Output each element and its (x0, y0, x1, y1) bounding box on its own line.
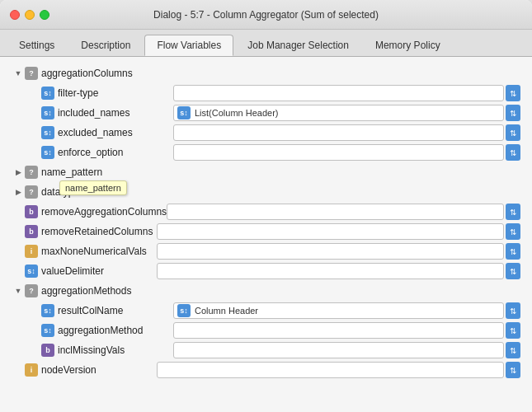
tab-memory-policy[interactable]: Memory Policy (363, 35, 453, 56)
expander-aggregationColumns[interactable] (12, 67, 25, 80)
value-removeRetainedColumns[interactable] (157, 223, 504, 240)
titlebar: Dialog - 5:7 - Column Aggregator (Sum of… (0, 0, 532, 30)
label-aggregationMethods: aggregationMethods (41, 285, 157, 297)
icon-s-enforce_option: s↕ (41, 146, 54, 159)
minimize-button[interactable] (25, 10, 35, 20)
label-resultColName: resultColName (58, 305, 173, 316)
content-area: ? aggregationColumns s↕ filter-type ⇅ (0, 57, 532, 412)
tree-row-inclMissingVals[interactable]: b inclMissingVals ⇅ (26, 340, 522, 360)
label-name_pattern: name_pattern (41, 166, 157, 178)
value-resultColName[interactable]: s↕ Column Header (173, 302, 504, 319)
icon-s-resultColName: s↕ (41, 304, 54, 317)
window: Dialog - 5:7 - Column Aggregator (Sum of… (0, 0, 532, 412)
tab-bar: Settings Description Flow Variables Job … (0, 30, 532, 57)
value-icon-resultColName: s↕ (177, 304, 191, 317)
tree-row-aggregationColumns[interactable]: ? aggregationColumns (10, 63, 522, 83)
icon-b-inclMissingVals: b (41, 344, 54, 357)
tree-group-datatype: ? datatype (10, 182, 522, 202)
expander-name_pattern[interactable] (12, 166, 25, 179)
value-area-removeAggregationColumns: ⇅ (167, 204, 520, 220)
label-aggregationMethod: aggregationMethod (58, 325, 173, 336)
spinner-maxNoneNumericalVals[interactable]: ⇅ (506, 243, 520, 260)
traffic-lights (10, 10, 49, 20)
value-icon-included_names: s↕ (177, 106, 191, 119)
tree-row-nodeVersion[interactable]: i nodeVersion ⇅ (10, 360, 522, 380)
tree-row-resultColName[interactable]: s↕ resultColName s↕ Column Header ⇅ (26, 301, 522, 321)
value-included_names[interactable]: s↕ List(Column Header) (173, 105, 504, 121)
label-maxNoneNumericalVals: maxNoneNumericalVals (41, 246, 157, 257)
spinner-aggregationMethod[interactable]: ⇅ (506, 322, 520, 339)
spinner-filter-type[interactable]: ⇅ (506, 85, 520, 101)
window-title: Dialog - 5:7 - Column Aggregator (Sum of… (153, 9, 379, 21)
tab-description[interactable]: Description (68, 35, 143, 56)
label-excluded_names: excluded_names (58, 127, 173, 138)
label-datatype: datatype (41, 186, 157, 198)
spinner-included_names[interactable]: ⇅ (506, 105, 520, 121)
tree-row-datatype[interactable]: ? datatype (10, 182, 522, 202)
icon-q-aggregationColumns: ? (25, 67, 38, 80)
spinner-enforce_option[interactable]: ⇅ (506, 144, 520, 161)
tree-row-maxNoneNumericalVals[interactable]: i maxNoneNumericalVals ⇅ (10, 241, 522, 261)
tree-row-aggregationMethods[interactable]: ? aggregationMethods (10, 281, 522, 301)
spinner-removeAggregationColumns[interactable]: ⇅ (506, 204, 520, 220)
value-enforce_option[interactable] (173, 144, 504, 161)
label-valueDelimiter: valueDelimiter (41, 265, 157, 277)
icon-i-maxNoneNumericalVals: i (25, 245, 38, 258)
tree-row-aggregationMethod[interactable]: s↕ aggregationMethod ⇅ (26, 321, 522, 340)
icon-s-aggregationMethod: s↕ (41, 324, 54, 337)
tree-row-removeAggregationColumns[interactable]: b removeAggregationColumns ⇅ (10, 202, 522, 222)
icon-s-included_names: s↕ (41, 106, 54, 119)
value-area-included_names: s↕ List(Column Header) ⇅ (173, 105, 520, 121)
value-filter-type[interactable] (173, 85, 504, 101)
icon-i-nodeVersion: i (25, 363, 38, 377)
label-filter-type: filter-type (58, 87, 173, 99)
tree-row-enforce_option[interactable]: s↕ enforce_option ⇅ (26, 143, 522, 162)
value-removeAggregationColumns[interactable] (167, 204, 504, 220)
spinner-valueDelimiter[interactable]: ⇅ (506, 263, 520, 279)
spinner-nodeVersion[interactable]: ⇅ (506, 362, 520, 378)
tree-group-aggregationColumns: ? aggregationColumns s↕ filter-type ⇅ (10, 63, 522, 162)
icon-q-name_pattern: ? (25, 166, 38, 179)
tab-flow-variables[interactable]: Flow Variables (144, 35, 233, 56)
label-enforce_option: enforce_option (58, 147, 173, 158)
value-area-aggregationMethod: ⇅ (173, 322, 520, 339)
tree-row-name_pattern[interactable]: ? name_pattern name_pattern (10, 162, 522, 182)
value-aggregationMethod[interactable] (173, 322, 504, 339)
maximize-button[interactable] (40, 10, 49, 20)
children-aggregationMethods: s↕ resultColName s↕ Column Header ⇅ s↕ a… (10, 301, 522, 360)
tab-settings[interactable]: Settings (7, 35, 67, 56)
value-excluded_names[interactable] (173, 124, 504, 141)
tree-row-filter-type[interactable]: s↕ filter-type ⇅ (26, 83, 522, 103)
spinner-inclMissingVals[interactable]: ⇅ (506, 342, 520, 358)
value-maxNoneNumericalVals[interactable] (157, 243, 504, 260)
icon-s-excluded_names: s↕ (41, 126, 54, 139)
label-removeRetainedColumns: removeRetainedColumns (41, 226, 157, 237)
value-area-filter-type: ⇅ (173, 85, 520, 101)
value-area-valueDelimiter: ⇅ (157, 263, 520, 279)
children-aggregationColumns: s↕ filter-type ⇅ s↕ included_names s↕ (10, 83, 522, 162)
icon-b-removeAggregationColumns: b (25, 205, 38, 218)
tab-job-manager[interactable]: Job Manager Selection (235, 35, 361, 56)
spinner-removeRetainedColumns[interactable]: ⇅ (506, 223, 520, 240)
value-valueDelimiter[interactable] (157, 263, 504, 279)
value-area-maxNoneNumericalVals: ⇅ (157, 243, 520, 260)
value-area-resultColName: s↕ Column Header ⇅ (173, 302, 520, 319)
value-area-excluded_names: ⇅ (173, 124, 520, 141)
tree-row-removeRetainedColumns[interactable]: b removeRetainedColumns ⇅ (10, 222, 522, 241)
icon-q-datatype: ? (25, 185, 38, 199)
tree-row-excluded_names[interactable]: s↕ excluded_names ⇅ (26, 123, 522, 143)
close-button[interactable] (10, 10, 20, 20)
value-inclMissingVals[interactable] (173, 342, 504, 358)
label-included_names: included_names (58, 107, 173, 119)
tree-row-included_names[interactable]: s↕ included_names s↕ List(Column Header)… (26, 103, 522, 123)
value-nodeVersion[interactable] (157, 362, 504, 378)
value-area-removeRetainedColumns: ⇅ (157, 223, 520, 240)
tree-group-aggregationMethods: ? aggregationMethods s↕ resultColName s↕… (10, 281, 522, 360)
spinner-excluded_names[interactable]: ⇅ (506, 124, 520, 141)
expander-aggregationMethods[interactable] (12, 284, 25, 297)
tree-row-valueDelimiter[interactable]: s↕ valueDelimiter ⇅ (10, 261, 522, 281)
expander-datatype[interactable] (12, 185, 25, 199)
spinner-resultColName[interactable]: ⇅ (506, 302, 520, 319)
label-removeAggregationColumns: removeAggregationColumns (41, 206, 167, 218)
value-area-inclMissingVals: ⇅ (173, 342, 520, 358)
